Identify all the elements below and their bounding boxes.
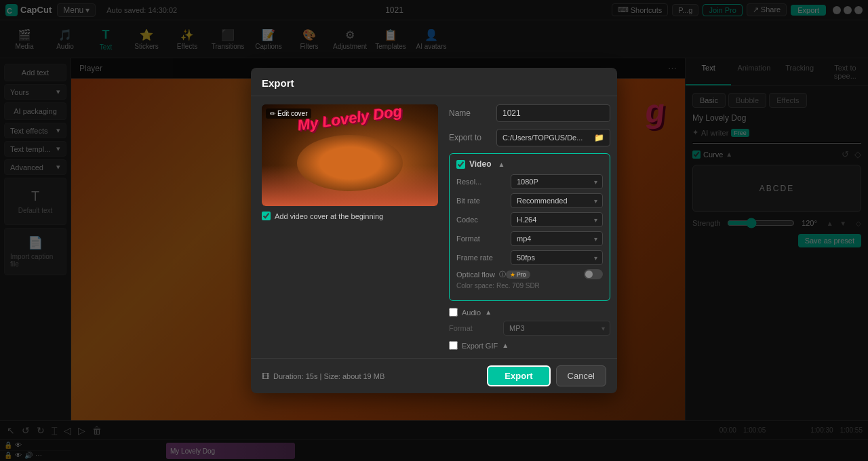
audio-format-select[interactable]: MP3AAC xyxy=(503,321,610,336)
bitrate-label: Bit rate xyxy=(456,197,511,205)
export-path-field[interactable]: C:/Users/TOPGUS/De... 📁 xyxy=(496,129,610,146)
toggle-thumb xyxy=(585,270,593,278)
export-path-text: C:/Users/TOPGUS/De... xyxy=(502,134,583,142)
codec-row: Codec H.264H.265 ▾ xyxy=(456,212,603,227)
folder-icon[interactable]: 📁 xyxy=(594,133,604,142)
audio-format-label: Format xyxy=(449,324,503,332)
format-select-wrap: mp4mov ▾ xyxy=(511,231,603,246)
video-section: Video ▲ Resol... 1080P720P4K ▾ xyxy=(449,153,610,301)
audio-collapse-icon[interactable]: ▲ xyxy=(485,308,492,316)
add-cover-checkbox[interactable] xyxy=(262,212,271,220)
export-confirm-label: Export xyxy=(505,371,532,381)
optical-flow-toggle[interactable] xyxy=(584,269,603,279)
name-input[interactable] xyxy=(496,104,610,122)
codec-select[interactable]: H.264H.265 xyxy=(511,212,603,227)
pro-badge: ★ Pro xyxy=(506,270,530,279)
edit-icon: ✏ xyxy=(270,110,275,117)
export-to-label: Export to xyxy=(449,133,496,142)
name-label: Name xyxy=(449,108,496,118)
audio-format-select-wrap: MP3AAC ▾ xyxy=(503,321,610,336)
bitrate-select[interactable]: RecommendedLowHigh xyxy=(511,193,603,208)
modal-body: My Lovely Dog ✏ Edit cover Add video cov… xyxy=(251,96,617,358)
gif-chevron-icon: ▲ xyxy=(502,342,509,349)
edit-cover-label: Edit cover xyxy=(277,110,307,117)
footer-duration-text: Duration: 15s | Size: about 19 MB xyxy=(273,372,384,380)
modal-settings-section: Name Export to C:/Users/TOPGUS/De... 📁 V… xyxy=(449,104,610,350)
modal-title: Export xyxy=(262,77,294,89)
gif-section: Export GIF ▲ xyxy=(449,341,610,350)
edit-cover-button[interactable]: ✏ Edit cover xyxy=(266,108,311,119)
add-cover-label: Add video cover at the beginning xyxy=(275,212,383,220)
pro-label: Pro xyxy=(517,271,526,278)
resolution-select[interactable]: 1080P720P4K xyxy=(511,174,603,189)
cancel-button[interactable]: Cancel xyxy=(556,365,606,386)
format-label: Format xyxy=(456,235,511,243)
audio-checkbox[interactable] xyxy=(449,308,458,317)
film-icon: 🎞 xyxy=(262,372,269,380)
framerate-row: Frame rate 50fps30fps60fps ▾ xyxy=(456,250,603,265)
video-section-title: Video xyxy=(469,159,491,169)
framerate-label: Frame rate xyxy=(456,254,511,262)
format-row: Format mp4mov ▾ xyxy=(456,231,603,246)
framerate-select-wrap: 50fps30fps60fps ▾ xyxy=(511,250,603,265)
export-modal: Export My Lovely Dog ✏ xyxy=(251,68,617,393)
resolution-label: Resol... xyxy=(456,178,511,186)
audio-section-header: Audio ▲ xyxy=(449,308,610,317)
info-icon[interactable]: ⓘ xyxy=(499,270,506,279)
footer-info: 🎞 Duration: 15s | Size: about 19 MB xyxy=(262,372,384,380)
resolution-select-wrap: 1080P720P4K ▾ xyxy=(511,174,603,189)
export-to-row: Export to C:/Users/TOPGUS/De... 📁 xyxy=(449,129,610,146)
optical-flow-row: Optical flow ⓘ ★ Pro xyxy=(456,269,603,279)
gif-label: Export GIF xyxy=(462,342,498,350)
modal-footer: 🎞 Duration: 15s | Size: about 19 MB Expo… xyxy=(251,358,617,393)
format-select[interactable]: mp4mov xyxy=(511,231,603,246)
add-cover-row: Add video cover at the beginning xyxy=(262,212,438,220)
preview-container: My Lovely Dog ✏ Edit cover xyxy=(262,104,438,206)
cancel-label: Cancel xyxy=(568,371,595,381)
codec-label: Codec xyxy=(456,216,511,224)
resolution-row: Resol... 1080P720P4K ▾ xyxy=(456,174,603,189)
modal-preview-section: My Lovely Dog ✏ Edit cover Add video cov… xyxy=(262,104,438,350)
optical-flow-label: Optical flow xyxy=(456,270,495,279)
framerate-select[interactable]: 50fps30fps60fps xyxy=(511,250,603,265)
modal-overlay: Export My Lovely Dog ✏ xyxy=(0,0,868,461)
audio-format-row: Format MP3AAC ▾ xyxy=(449,321,610,336)
video-checkbox[interactable] xyxy=(456,160,465,169)
codec-select-wrap: H.264H.265 ▾ xyxy=(511,212,603,227)
pro-icon: ★ xyxy=(510,271,515,278)
video-collapse-icon[interactable]: ▲ xyxy=(498,161,505,168)
video-section-header: Video ▲ xyxy=(456,159,603,169)
footer-actions: Export Cancel xyxy=(487,365,606,386)
modal-header: Export xyxy=(251,68,617,96)
name-row: Name xyxy=(449,104,610,122)
bitrate-select-wrap: RecommendedLowHigh ▾ xyxy=(511,193,603,208)
export-confirm-button[interactable]: Export xyxy=(487,365,550,386)
bitrate-row: Bit rate RecommendedLowHigh ▾ xyxy=(456,193,603,208)
audio-section-title: Audio xyxy=(462,308,481,317)
gif-checkbox[interactable] xyxy=(449,341,458,350)
audio-section: Audio ▲ Format MP3AAC ▾ xyxy=(449,308,610,336)
color-space-text: Color space: Rec. 709 SDR xyxy=(456,282,603,289)
